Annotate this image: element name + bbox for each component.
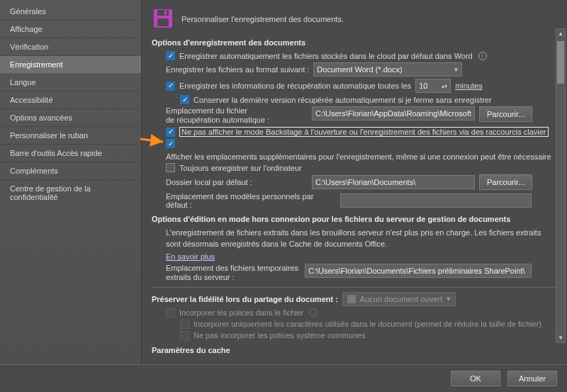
ok-button[interactable]: OK (451, 371, 500, 386)
info-icon[interactable]: i (478, 52, 487, 60)
input-local-folder[interactable] (312, 175, 475, 189)
svg-rect-3 (157, 18, 169, 26)
section-offline: Options d'édition en mode hors connexion… (152, 215, 557, 223)
cancel-button[interactable]: Annuler (507, 371, 557, 386)
label-temp-loc1: Emplacement des fichiers temporaires (166, 264, 301, 273)
label-autorecover: Enregistrer les informations de récupéra… (179, 82, 411, 90)
dialog-footer: OK Annuler (0, 364, 567, 392)
label-templates: Emplacement des modèles personnels par d… (166, 192, 336, 209)
section-fidelity: Préserver la fidélité lors du partage du… (152, 295, 338, 303)
info-icon: i (309, 308, 318, 317)
sidebar-item-proofing[interactable]: Vérification (0, 38, 141, 56)
checkbox-embed-chars (180, 320, 189, 329)
input-templates[interactable] (340, 194, 532, 208)
sidebar-item-display[interactable]: Affichage (0, 21, 141, 38)
sidebar-item-general[interactable]: Générales (0, 3, 141, 21)
select-fidelity-doc[interactable]: Aucun document ouvert ▾ (342, 292, 456, 306)
section-save-options: Options d'enregistrement des documents (152, 38, 557, 47)
label-autosave-cloud: Enregistrer automatiquement les fichiers… (179, 52, 473, 60)
checkbox-show-additional[interactable] (166, 139, 175, 148)
label-local-folder: Dossier local par défaut : (166, 178, 308, 186)
content-pane: Personnaliser l'enregistrement des docum… (142, 0, 567, 364)
label-embed-chars: Incorporer uniquement les caractères uti… (193, 320, 541, 328)
save-icon (152, 7, 174, 31)
checkbox-always-local[interactable] (166, 163, 175, 172)
document-icon (347, 295, 356, 303)
label-embed-fonts: Incorporer les polices dans le fichier (179, 308, 303, 317)
label-save-format: Enregistrer les fichiers au format suiva… (166, 65, 309, 74)
sidebar: Générales Affichage Vérification Enregis… (0, 0, 142, 364)
sidebar-item-accessibility[interactable]: Accessibilité (0, 91, 141, 109)
svg-rect-1 (157, 10, 169, 16)
chevron-down-icon: ▼ (453, 67, 459, 73)
label-no-backstage: Ne pas afficher le mode Backstage à l'ou… (179, 127, 549, 137)
section-cache: Paramètres du cache (152, 346, 557, 354)
scroll-up-icon[interactable]: ▲ (558, 29, 563, 38)
sidebar-item-trust[interactable]: Centre de gestion de la confidentialité (0, 180, 141, 206)
label-minutes: minutes (455, 82, 483, 90)
checkbox-no-backstage[interactable] (166, 128, 175, 137)
select-save-format[interactable]: Document Word (*.docx) ▼ (313, 62, 462, 77)
label-always-local: Toujours enregistrer sur l'ordinateur (179, 164, 302, 172)
label-embed-sys: Ne pas incorporer les polices système co… (193, 331, 366, 340)
chevron-down-icon: ▾ (447, 294, 451, 303)
select-save-format-value: Document Word (*.docx) (317, 65, 402, 74)
label-temp-loc2: extraits du serveur : (166, 273, 301, 282)
checkbox-embed-fonts (166, 308, 175, 318)
input-autorecover-minutes[interactable]: 10 ▴▾ (415, 79, 451, 93)
checkbox-autorecover[interactable] (166, 82, 175, 91)
sidebar-item-advanced[interactable]: Options avancées (0, 109, 141, 127)
fidelity-doc-value: Aucun document ouvert (360, 295, 442, 303)
browse-autorecover-button[interactable]: Parcourir... (479, 106, 532, 122)
browse-local-button[interactable]: Parcourir... (479, 174, 532, 190)
page-title: Personnaliser l'enregistrement des docum… (181, 15, 344, 23)
sidebar-item-ribbon[interactable]: Personnaliser le ruban (0, 127, 141, 145)
scroll-thumb[interactable] (557, 41, 564, 84)
link-learn-more[interactable]: En savoir plus (166, 252, 215, 261)
checkbox-keep-last[interactable] (180, 95, 189, 104)
input-temp-loc[interactable] (305, 264, 532, 278)
sidebar-item-qat[interactable]: Barre d'outils Accès rapide (0, 145, 141, 162)
label-autorecover-loc2: de récupération automatique : (166, 116, 308, 125)
checkbox-embed-sys (180, 331, 189, 340)
label-keep-last: Conserver la dernière version récupérée … (193, 96, 492, 104)
sidebar-item-addins[interactable]: Compléments (0, 162, 141, 180)
input-autorecover-loc[interactable] (312, 106, 475, 121)
scroll-down-icon[interactable]: ▼ (558, 333, 563, 342)
svg-rect-2 (164, 11, 167, 15)
offline-note: L'enregistrement de fichiers extraits da… (166, 228, 557, 250)
label-autorecover-loc1: Emplacement du fichier (166, 106, 308, 116)
autorecover-value: 10 (419, 82, 427, 90)
spinner-icon: ▴▾ (442, 83, 447, 89)
scrollbar-vertical[interactable]: ▲ ▼ (556, 28, 566, 343)
sidebar-item-language[interactable]: Langue (0, 74, 141, 91)
sidebar-item-save[interactable]: Enregistrement (0, 56, 141, 74)
label-show-additional: Afficher les emplacements supplémentaire… (166, 152, 551, 161)
checkbox-autosave-cloud[interactable] (166, 51, 175, 60)
